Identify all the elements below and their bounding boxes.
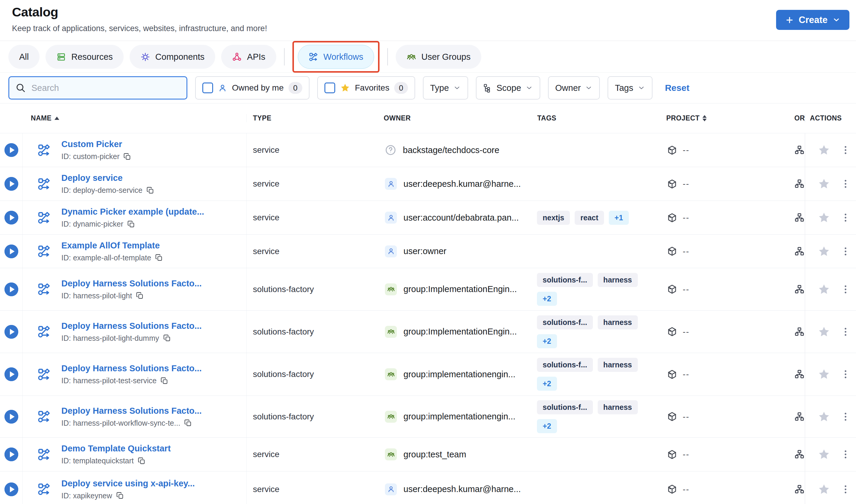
favorite-star-icon[interactable] [818,368,830,380]
org-chart-icon[interactable] [794,327,805,337]
workflow-icon [37,367,51,381]
project-cube-icon [667,213,677,223]
copy-icon[interactable] [184,419,192,427]
type-value: service [253,213,279,222]
org-chart-icon[interactable] [794,284,805,294]
copy-icon[interactable] [163,334,171,342]
tab-resources[interactable]: Resources [46,45,124,69]
table-row: Deploy serviceID: deploy-demo-serviceser… [0,167,856,201]
tag-pill[interactable]: +1 [609,211,629,225]
tab-user-groups[interactable]: User Groups [396,45,481,69]
copy-icon[interactable] [160,377,168,385]
org-chart-icon[interactable] [794,484,805,494]
favorites-filter[interactable]: Favorites 0 [317,76,415,100]
owner-value: user:deepesh.kumar@harne... [404,484,521,494]
org-chart-icon[interactable] [794,449,805,460]
copy-icon[interactable] [123,153,131,161]
workflow-name-link[interactable]: Deploy Harness Solutions Facto... [61,321,202,331]
tag-pill[interactable]: +2 [537,292,557,306]
tags-dropdown[interactable]: Tags [607,76,652,100]
copy-icon[interactable] [127,220,135,228]
workflow-name-link[interactable]: Example AllOf Template [61,241,163,251]
play-icon [4,325,18,339]
column-header-name[interactable]: NAME [31,114,59,122]
play-icon [4,245,18,258]
favorite-star-icon[interactable] [818,245,830,258]
favorite-star-icon[interactable] [818,144,830,156]
run-workflow-button[interactable] [4,177,18,191]
workflow-name-link[interactable]: Dynamic Picker example (update... [61,207,204,217]
workflow-name-link[interactable]: Deploy Harness Solutions Facto... [61,406,202,416]
owned-by-me-checkbox[interactable] [202,83,213,93]
tab-workflows[interactable]: Workflows [298,45,374,69]
owner-dropdown[interactable]: Owner [548,76,600,100]
copy-icon[interactable] [155,254,163,262]
more-actions-icon[interactable] [840,327,851,337]
tag-pill[interactable]: +2 [537,377,557,391]
favorites-checkbox[interactable] [324,83,335,93]
tab-apis[interactable]: APIs [221,45,276,69]
favorite-star-icon[interactable] [818,326,830,338]
group-icon [387,328,395,336]
tag-pill: nextjs [537,211,570,225]
owned-by-me-filter[interactable]: Owned by me 0 [195,76,309,100]
user-icon [387,485,395,493]
run-workflow-button[interactable] [4,410,18,424]
favorite-star-icon[interactable] [818,411,830,423]
reset-filters-link[interactable]: Reset [665,83,689,93]
workflow-name-link[interactable]: Deploy Harness Solutions Facto... [61,363,202,373]
workflow-name-link[interactable]: Deploy service using x-api-key... [61,479,195,488]
run-workflow-button[interactable] [4,325,18,339]
run-workflow-button[interactable] [4,448,18,461]
workflow-name-link[interactable]: Custom Picker [61,139,131,149]
more-actions-icon[interactable] [840,449,851,460]
run-workflow-button[interactable] [4,367,18,381]
tab-all[interactable]: All [8,45,39,69]
workflow-name-link[interactable]: Deploy Harness Solutions Facto... [61,278,202,288]
more-actions-icon[interactable] [840,484,851,494]
more-actions-icon[interactable] [840,179,851,189]
more-actions-icon[interactable] [840,145,851,155]
tag-pill[interactable]: +2 [537,334,557,348]
more-actions-icon[interactable] [840,284,851,294]
workflow-name-link[interactable]: Deploy service [61,173,154,183]
more-actions-icon[interactable] [840,412,851,422]
tab-components[interactable]: Components [130,45,215,69]
more-actions-icon[interactable] [840,213,851,223]
project-value: -- [683,145,689,155]
more-actions-icon[interactable] [840,246,851,256]
favorite-star-icon[interactable] [818,178,830,190]
favorite-star-icon[interactable] [818,483,830,496]
copy-icon[interactable] [116,492,124,500]
more-actions-icon[interactable] [840,369,851,379]
project-cube-icon [667,179,677,189]
run-workflow-button[interactable] [4,483,18,496]
table-row: Deploy Harness Solutions Facto...ID: har… [0,353,856,396]
org-chart-icon[interactable] [794,412,805,422]
column-header-project[interactable]: PROJECT [666,114,707,122]
run-workflow-button[interactable] [4,283,18,296]
favorite-star-icon[interactable] [818,211,830,224]
workflow-name-link[interactable]: Demo Template Quickstart [61,444,171,453]
table-row: Deploy service using x-api-key...ID: xap… [0,471,856,504]
tag-pill[interactable]: +2 [537,419,557,433]
org-chart-icon[interactable] [794,246,805,256]
copy-icon[interactable] [138,457,145,465]
org-chart-icon[interactable] [794,213,805,223]
type-dropdown[interactable]: Type [423,76,468,100]
copy-icon[interactable] [136,292,144,300]
copy-icon[interactable] [147,186,154,194]
run-workflow-button[interactable] [4,211,18,224]
scope-dropdown[interactable]: Scope [476,76,540,100]
org-chart-icon[interactable] [794,369,805,379]
org-chart-icon[interactable] [794,145,805,155]
favorite-star-icon[interactable] [818,448,830,461]
search-input[interactable] [31,83,181,93]
run-workflow-button[interactable] [4,143,18,157]
favorite-star-icon[interactable] [818,283,830,296]
run-workflow-button[interactable] [4,245,18,258]
org-chart-icon[interactable] [794,179,805,189]
tag-pill: solutions-f... [537,316,593,329]
create-button[interactable]: Create [776,10,850,30]
sort-both-icon [702,115,707,121]
